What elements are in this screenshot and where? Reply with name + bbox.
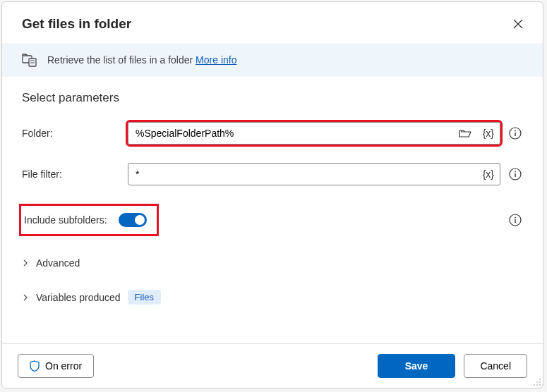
info-icon (509, 127, 522, 140)
folder-input[interactable] (128, 123, 453, 144)
svg-point-17 (536, 384, 538, 386)
toggle-knob (135, 215, 145, 225)
info-icon (509, 168, 522, 180)
info-bar: Retrieve the list of files in a folder M… (2, 43, 543, 77)
svg-point-14 (536, 381, 538, 383)
dialog: Get files in folder Retrieve the list of… (1, 1, 543, 388)
shield-icon (30, 360, 40, 372)
filter-input-wrap: {x} (128, 163, 500, 185)
svg-point-8 (515, 171, 516, 173)
info-icon (509, 214, 522, 226)
filter-input[interactable] (128, 164, 477, 185)
dialog-title: Get files in folder (22, 16, 131, 32)
svg-point-13 (539, 379, 541, 380)
svg-point-11 (515, 217, 516, 219)
field-row-folder: Folder: {x} (22, 122, 523, 145)
more-info-link[interactable]: More info (196, 54, 236, 66)
svg-point-15 (539, 381, 541, 383)
chevron-right-icon (22, 259, 29, 267)
variable-icon: {x} (483, 128, 494, 139)
svg-point-5 (515, 130, 516, 132)
resize-grip-icon[interactable] (533, 378, 541, 386)
advanced-expander[interactable]: Advanced (22, 255, 523, 271)
close-icon (513, 19, 523, 29)
subfolders-highlight-box: Include subfolders: (19, 204, 159, 236)
filter-label: File filter: (22, 169, 121, 180)
variables-badge[interactable]: Files (128, 290, 161, 305)
info-text: Retrieve the list of files in a folder M… (47, 54, 236, 66)
subfolders-label: Include subfolders: (24, 214, 107, 226)
footer: On error Save Cancel (2, 343, 543, 388)
field-row-subfolders: Include subfolders: (22, 204, 523, 236)
cancel-button[interactable]: Cancel (464, 354, 527, 378)
on-error-button[interactable]: On error (18, 354, 94, 378)
variable-icon: {x} (483, 169, 494, 180)
svg-point-18 (539, 384, 541, 386)
folder-info-button[interactable] (507, 125, 523, 141)
chevron-right-icon (22, 294, 29, 301)
variables-expander[interactable]: Variables produced Files (22, 287, 523, 307)
folder-open-icon (459, 128, 471, 138)
folder-input-wrap: {x} (128, 122, 500, 145)
field-row-filter: File filter: {x} (22, 163, 523, 185)
advanced-label: Advanced (36, 257, 80, 269)
folder-files-icon (22, 53, 37, 67)
folder-label: Folder: (22, 128, 121, 139)
svg-point-16 (534, 384, 535, 386)
filter-info-button[interactable] (507, 166, 523, 182)
section-title: Select parameters (22, 91, 523, 105)
filter-variable-button[interactable]: {x} (477, 164, 500, 185)
save-button[interactable]: Save (378, 354, 456, 378)
browse-folder-button[interactable] (453, 123, 477, 144)
close-button[interactable] (509, 15, 527, 33)
dialog-header: Get files in folder (2, 2, 543, 43)
content: Select parameters Folder: {x} File filte… (2, 77, 543, 343)
folder-variable-button[interactable]: {x} (477, 123, 500, 144)
on-error-label: On error (45, 360, 82, 372)
subfolders-toggle[interactable] (119, 213, 147, 227)
variables-label: Variables produced (36, 292, 121, 303)
subfolders-info-button[interactable] (507, 212, 523, 228)
